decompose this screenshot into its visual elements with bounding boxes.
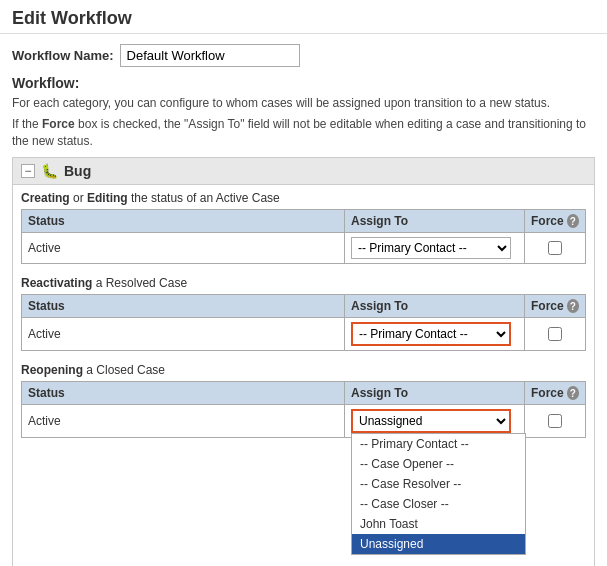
react-force-checkbox[interactable] — [548, 327, 562, 341]
creating-force-checkbox[interactable] — [548, 241, 562, 255]
dropdown-primary-contact[interactable]: -- Primary Contact -- — [352, 434, 525, 454]
creating-status-cell: Active — [22, 233, 345, 263]
dropdown-john-toast[interactable]: John Toast — [352, 514, 525, 534]
creating-assign-cell: -- Primary Contact -- — [345, 233, 525, 263]
reactivating-table-header: Status Assign To Force ? — [21, 294, 586, 317]
creating-subsection: Creating or Editing the status of an Act… — [13, 185, 594, 264]
dropdown-case-opener[interactable]: -- Case Opener -- — [352, 454, 525, 474]
reopen-assign-select[interactable]: Unassigned — [351, 409, 511, 433]
creating-force-cell — [525, 233, 585, 263]
assign-col-header: Assign To — [345, 210, 525, 232]
creating-row-1: Active -- Primary Contact -- — [21, 232, 586, 264]
workflow-name-input[interactable] — [120, 44, 300, 67]
react-status-col: Status — [22, 295, 345, 317]
reopen-assign-col: Assign To — [345, 382, 525, 404]
status-col-header: Status — [22, 210, 345, 232]
react-force-help-icon[interactable]: ? — [567, 299, 579, 313]
reopen-force-help-icon[interactable]: ? — [567, 386, 579, 400]
reopen-force-col: Force ? — [525, 382, 585, 404]
reopening-subsection: Reopening a Closed Case Status Assign To… — [13, 357, 594, 438]
dropdown-case-resolver[interactable]: -- Case Resolver -- — [352, 474, 525, 494]
reopen-status-cell: Active — [22, 405, 345, 437]
react-assign-cell: -- Primary Contact -- — [345, 318, 525, 350]
reopening-label: Reopening a Closed Case — [21, 363, 586, 377]
dropdown-case-closer[interactable]: -- Case Closer -- — [352, 494, 525, 514]
react-assign-select[interactable]: -- Primary Contact -- — [351, 322, 511, 346]
force-bold: Force — [42, 117, 75, 131]
reopen-dropdown-overlay: -- Primary Contact -- -- Case Opener -- … — [351, 433, 526, 555]
bug-title: Bug — [64, 163, 91, 179]
react-status-cell: Active — [22, 318, 345, 350]
reactivating-subsection: Reactivating a Resolved Case Status Assi… — [13, 270, 594, 351]
force-col-header: Force ? — [525, 210, 585, 232]
react-force-col: Force ? — [525, 295, 585, 317]
dropdown-unassigned[interactable]: Unassigned — [352, 534, 525, 554]
react-assign-col: Assign To — [345, 295, 525, 317]
collapse-button[interactable]: − — [21, 164, 35, 178]
reopening-table-header: Status Assign To Force ? — [21, 381, 586, 404]
creating-label: Creating or Editing the status of an Act… — [21, 191, 586, 205]
bug-section: − 🐛 Bug Creating or Editing the status o… — [12, 157, 595, 566]
bug-section-header: − 🐛 Bug — [13, 158, 594, 185]
reopen-status-col: Status — [22, 382, 345, 404]
reopen-force-cell — [525, 405, 585, 437]
reopening-row-1: Active Unassigned -- Primary Contact -- … — [21, 404, 586, 438]
workflow-section-title: Workflow: — [12, 75, 595, 91]
reactivating-row-1: Active -- Primary Contact -- — [21, 317, 586, 351]
description1: For each category, you can configure to … — [12, 95, 595, 112]
bug-icon: 🐛 — [41, 163, 58, 179]
force-help-icon[interactable]: ? — [567, 214, 579, 228]
reopen-force-checkbox[interactable] — [548, 414, 562, 428]
reopen-assign-cell: Unassigned -- Primary Contact -- -- Case… — [345, 405, 525, 437]
react-force-cell — [525, 318, 585, 350]
creating-assign-select[interactable]: -- Primary Contact -- — [351, 237, 511, 259]
page-title: Edit Workflow — [12, 8, 595, 29]
creating-table-header: Status Assign To Force ? — [21, 209, 586, 232]
reactivating-label: Reactivating a Resolved Case — [21, 276, 586, 290]
description2: If the Force box is checked, the "Assign… — [12, 116, 595, 150]
reopen-dropdown-container: Unassigned -- Primary Contact -- -- Case… — [351, 409, 511, 433]
workflow-name-label: Workflow Name: — [12, 48, 114, 63]
